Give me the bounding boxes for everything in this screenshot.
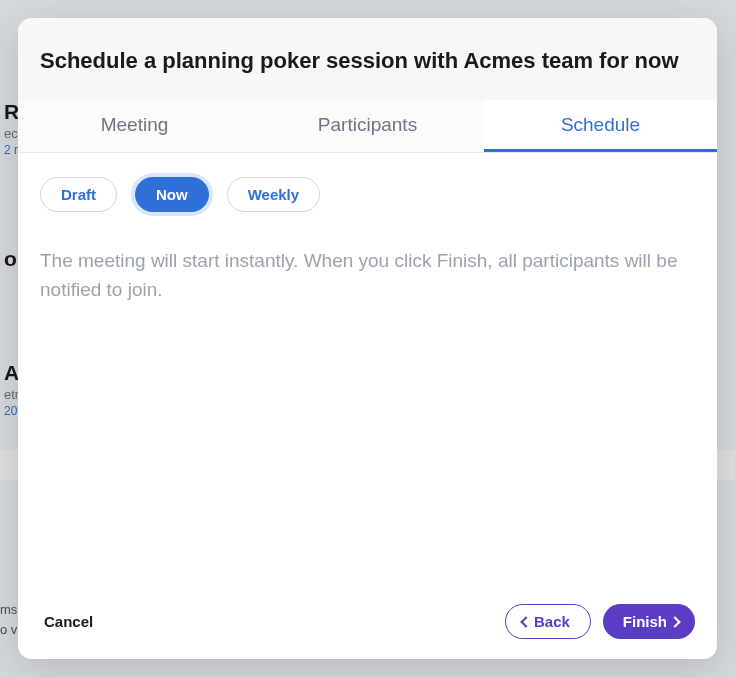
- option-draft[interactable]: Draft: [40, 177, 117, 212]
- tab-participants[interactable]: Participants: [251, 100, 484, 152]
- chevron-left-icon: [520, 616, 531, 627]
- tab-meeting[interactable]: Meeting: [18, 100, 251, 152]
- modal-tabs: Meeting Participants Schedule: [18, 100, 717, 153]
- back-button[interactable]: Back: [505, 604, 591, 639]
- option-weekly[interactable]: Weekly: [227, 177, 320, 212]
- option-now[interactable]: Now: [135, 177, 209, 212]
- finish-button-label: Finish: [623, 613, 667, 630]
- tab-schedule[interactable]: Schedule: [484, 100, 717, 152]
- chevron-right-icon: [669, 616, 680, 627]
- modal-footer: Cancel Back Finish: [18, 590, 717, 659]
- modal-header: Schedule a planning poker session with A…: [18, 18, 717, 100]
- back-button-label: Back: [534, 613, 570, 630]
- modal-content: Draft Now Weekly The meeting will start …: [18, 153, 717, 590]
- modal-title: Schedule a planning poker session with A…: [40, 48, 695, 74]
- schedule-option-row: Draft Now Weekly: [40, 177, 695, 212]
- cancel-button[interactable]: Cancel: [40, 605, 97, 638]
- schedule-modal: Schedule a planning poker session with A…: [18, 18, 717, 659]
- schedule-description: The meeting will start instantly. When y…: [40, 246, 680, 305]
- finish-button[interactable]: Finish: [603, 604, 695, 639]
